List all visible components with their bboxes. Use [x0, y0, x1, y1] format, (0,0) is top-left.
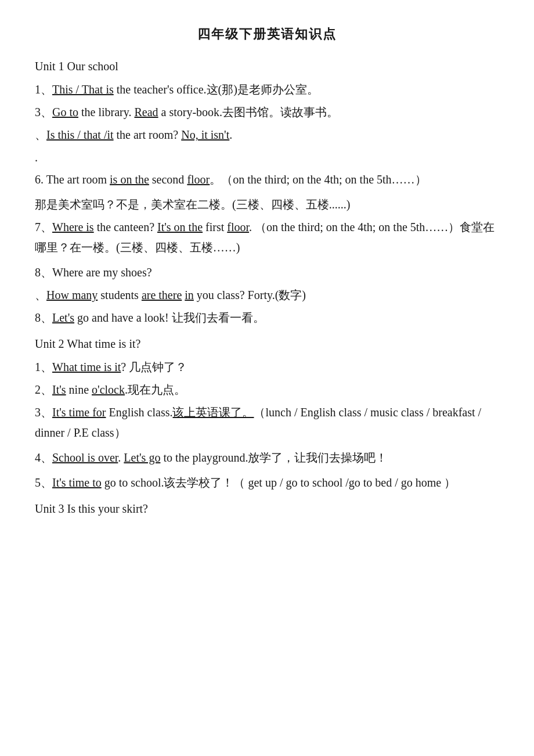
- unit-heading: Unit 3 Is this your skirt?: [35, 499, 499, 519]
- block-paragraph: 6. The art room is on the second floor。（…: [35, 170, 499, 190]
- content-line: 3、Go to the library. Read a story-book.去…: [35, 102, 499, 123]
- unit-heading: Unit 2 What time is it?: [35, 334, 499, 354]
- content-line: 那是美术室吗？不是，美术室在二楼。(三楼、四楼、五楼......): [35, 195, 499, 215]
- page-title: 四年级下册英语知识点: [35, 23, 499, 45]
- block-paragraph: 3、It's time for English class.该上英语课了。（lu…: [35, 402, 499, 443]
- content-line: 、How many students are there in you clas…: [35, 285, 499, 305]
- block-paragraph: 5、It's time to go to school.该去学校了！（ get …: [35, 473, 499, 493]
- page-container: 四年级下册英语知识点 Unit 1 Our school1、This / Tha…: [35, 23, 499, 519]
- unit-heading: Unit 1 Our school: [35, 56, 499, 76]
- dot-line: .: [35, 147, 499, 167]
- content-line: 2、It's nine o'clock.现在九点。: [35, 380, 499, 400]
- content-area: Unit 1 Our school1、This / That is the te…: [35, 56, 499, 519]
- content-line: 8、Where are my shoes?: [35, 262, 499, 283]
- content-line: 1、What time is it? 几点钟了？: [35, 357, 499, 377]
- block-paragraph: 4、School is over. Let's go to the playgr…: [35, 448, 499, 468]
- content-line: 8、Let's go and have a look! 让我们去看一看。: [35, 308, 499, 328]
- content-line: 1、This / That is the teacher's office.这(…: [35, 80, 499, 100]
- block-paragraph: 7、Where is the canteen? It's on the firs…: [35, 217, 499, 258]
- content-line: 、Is this / that /it the art room? No, it…: [35, 125, 499, 145]
